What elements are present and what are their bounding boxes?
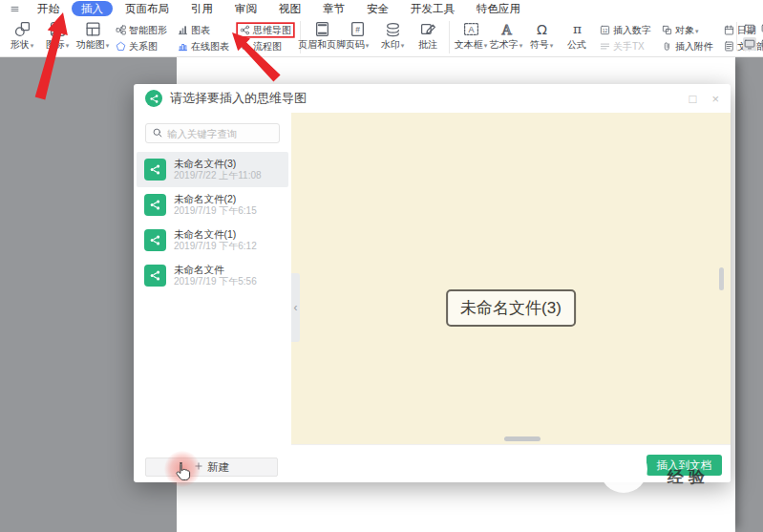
docpart-icon (724, 41, 734, 52)
mindmap-file-icon (144, 159, 166, 181)
mindmap-root-node: 未命名文件(3) (446, 289, 576, 327)
menu-tab-dev-tools[interactable]: 开发工具 (401, 1, 464, 16)
window-icon[interactable] (743, 22, 756, 35)
vertical-scrollbar-thumb[interactable] (719, 267, 724, 290)
file-name: 未命名文件(1) (174, 228, 257, 241)
menu-tab-special-apps[interactable]: 特色应用 (467, 1, 530, 16)
ribbon-item-icon-library[interactable]: 图标▾ (43, 20, 72, 51)
search-input[interactable] (167, 128, 273, 139)
file-list: 未命名文件(3)2019/7/22 上午11:08未命名文件(2)2019/7/… (134, 152, 291, 293)
onlinechart-icon (178, 41, 188, 52)
menu-tab-view[interactable]: 视图 (269, 1, 310, 16)
formula-icon: π (569, 20, 585, 38)
ribbon-item-comment[interactable]: 批注 (413, 20, 442, 50)
ribbon-stack: 图表在线图表 (176, 20, 231, 53)
watermark-text: 经验 (668, 466, 710, 488)
ribbon-item-header-footer[interactable]: 页眉和页脚 (307, 20, 336, 50)
menu-tab-section[interactable]: 章节 (313, 1, 354, 16)
ribbon-item-symbol[interactable]: Ω符号▾ (527, 20, 556, 51)
ribbon-item-disabled-tool[interactable]: 关手TX (598, 40, 653, 53)
ribbon-item-online-chart[interactable]: 在线图表 (176, 40, 231, 53)
wordart-icon: A (498, 20, 515, 38)
ribbon-stack: 对象▾插入附件 (660, 20, 715, 53)
menu-tab-home[interactable]: 开始 (28, 1, 69, 16)
menu-tabs: 开始插入页面布局引用审阅视图章节安全开发工具特色应用 (28, 1, 530, 16)
ribbon-view-panels (736, 22, 763, 51)
menu-tab-insert[interactable]: 插入 (72, 1, 113, 16)
file-name: 未命名文件(3) (174, 158, 262, 170)
file-date: 2019/7/19 下午6:12 (174, 241, 257, 252)
mindmap-file-icon (144, 229, 166, 251)
file-item[interactable]: 未命名文件(3)2019/7/22 上午11:08 (137, 152, 288, 187)
svg-text:A: A (501, 22, 512, 37)
textbox-icon: A (463, 20, 479, 38)
ribbon-item-text-box[interactable]: A文本框▾ (456, 20, 485, 51)
dialog-titlebar: 请选择要插入的思维导图 □ × (134, 84, 731, 113)
file-date: 2019/7/19 下午5:56 (174, 276, 257, 287)
horizontal-scrollbar-thumb[interactable] (504, 436, 540, 441)
shapes-icon (14, 20, 31, 38)
svg-text:#: # (355, 25, 360, 34)
ribbon-stack: 12插入数字关手TX (598, 20, 653, 53)
ribbon-item-relation-chart[interactable]: 关系图 (114, 40, 169, 53)
funcchart-icon (85, 20, 101, 38)
ribbon-item-flow-chart[interactable]: 流程图 (238, 40, 293, 53)
hamburger-icon[interactable] (7, 4, 22, 14)
ribbon-item-page-number[interactable]: #页码▾ (343, 20, 371, 51)
ribbon-item-formula[interactable]: π公式 (562, 20, 591, 50)
chart-icon (178, 25, 188, 35)
window-icon[interactable] (743, 37, 756, 51)
insert-mindmap-dialog: 请选择要插入的思维导图 □ × 未命名文件(3)2019/7/22 上午11:0… (134, 84, 731, 482)
file-item[interactable]: 未命名文件(2)2019/7/19 下午6:15 (137, 187, 288, 223)
object-icon (662, 25, 672, 35)
file-date: 2019/7/19 下午6:15 (174, 205, 257, 217)
ribbon-separator (449, 21, 450, 53)
file-date: 2019/7/22 上午11:08 (174, 170, 262, 181)
ribbon-item-object[interactable]: 对象▾ (660, 24, 715, 36)
svg-text:12: 12 (603, 29, 608, 33)
ribbon-item-word-art[interactable]: A艺术字▾ (492, 20, 520, 51)
ribbon-item-func-chart[interactable]: 功能图▾ (78, 20, 107, 51)
maximize-icon[interactable]: □ (689, 93, 697, 105)
dialog-main: ‹ 未命名文件(3) 插入到文档 (291, 113, 731, 482)
insertnum-icon: 12 (600, 25, 610, 35)
svg-text:A: A (468, 25, 474, 34)
menu-bar: 开始插入页面布局引用审阅视图章节安全开发工具特色应用 (0, 0, 763, 17)
dialog-title: 请选择要插入的思维导图 (170, 90, 307, 107)
lines-icon (600, 41, 610, 52)
file-item[interactable]: 未命名文件(1)2019/7/19 下午6:12 (137, 223, 288, 258)
menu-tab-review[interactable]: 审阅 (225, 1, 266, 16)
svg-text:π: π (572, 21, 581, 36)
attach-icon (662, 41, 672, 52)
menu-tab-reference[interactable]: 引用 (181, 1, 223, 16)
ribbon-item-insert-attachment[interactable]: 插入附件 (660, 40, 715, 53)
symbol-icon: Ω (534, 20, 550, 38)
mindmap-preview: ‹ 未命名文件(3) (291, 113, 731, 444)
sidebar-collapse-handle[interactable]: ‹ (291, 273, 300, 342)
menu-tab-security[interactable]: 安全 (357, 1, 398, 16)
ribbon-item-shapes[interactable]: 形状▾ (8, 20, 36, 51)
file-item[interactable]: 未命名文件2019/7/19 下午5:56 (137, 258, 288, 293)
mindmap-icon (240, 25, 250, 35)
headerfooter-icon (314, 20, 330, 38)
ribbon-stack: 思维导图流程图 (238, 20, 293, 53)
file-name: 未命名文件 (174, 264, 257, 276)
file-name: 未命名文件(2) (174, 193, 257, 205)
chevron-left-icon: ‹ (294, 301, 298, 314)
ribbon-item-chart[interactable]: 图表 (176, 24, 231, 36)
iconlib-icon (50, 20, 66, 38)
dialog-footer: 插入到文档 (291, 444, 731, 482)
menu-tab-page-layout[interactable]: 页面布局 (116, 1, 179, 16)
mindmap-file-icon (144, 194, 166, 216)
ribbon-item-insert-number[interactable]: 12插入数字 (598, 24, 653, 36)
ribbon-item-watermark[interactable]: 水印▾ (378, 20, 407, 51)
smartart-icon (116, 25, 126, 35)
ribbon: 形状▾图标▾功能图▾智能图形关系图图表在线图表思维导图流程图页眉和页脚#页码▾水… (0, 17, 763, 57)
ribbon-item-mind-map[interactable]: 思维导图 (238, 24, 293, 36)
close-icon[interactable]: × (711, 93, 719, 105)
new-mindmap-button[interactable]: 新建 (145, 458, 278, 477)
svg-text:Ω: Ω (537, 22, 547, 37)
search-icon (152, 125, 163, 142)
watermark-logo (600, 445, 647, 493)
ribbon-item-smart-art[interactable]: 智能图形 (114, 24, 169, 36)
